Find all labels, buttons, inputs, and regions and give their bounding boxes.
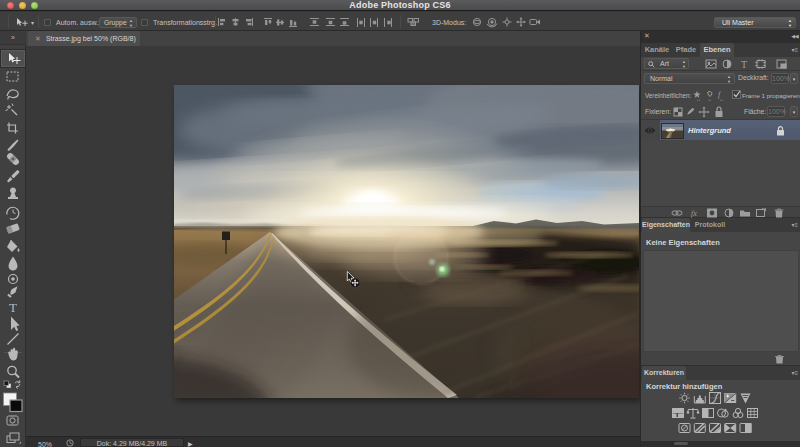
svg-text:fx: fx	[691, 209, 697, 218]
svg-text:↔: ↔	[707, 96, 712, 102]
svg-text:T: T	[741, 59, 747, 69]
svg-text:T: T	[9, 300, 17, 315]
svg-text:↔: ↔	[696, 96, 701, 102]
svg-text:↔: ↔	[719, 96, 724, 102]
